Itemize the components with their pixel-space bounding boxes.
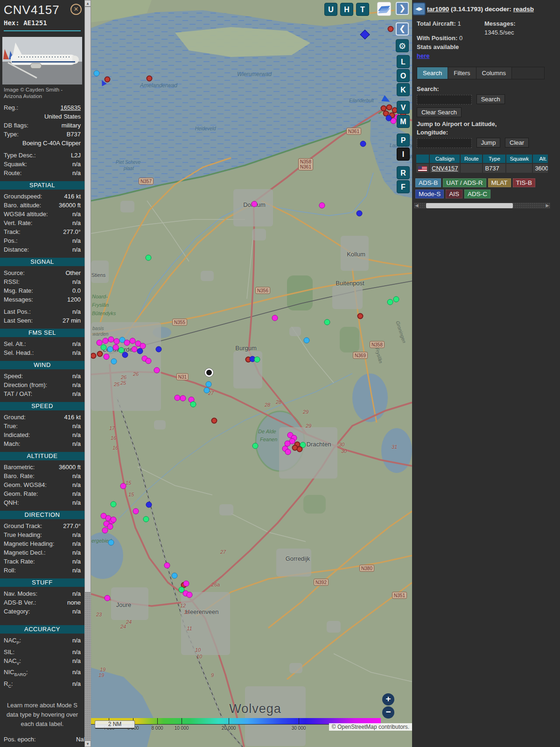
history-dot-magenta[interactable] [164,563,170,569]
history-dot-magenta[interactable] [183,581,189,587]
map-attribution[interactable]: © OpenStreetMap contributors. [329,723,412,731]
history-dot-magenta[interactable] [180,395,186,402]
history-dot-green[interactable] [143,516,149,522]
history-dot-red[interactable] [105,77,111,83]
column-header[interactable]: Route [461,155,482,163]
detail-value[interactable]: 165835 [61,103,81,112]
map-button-m[interactable]: M [397,115,410,128]
history-dot-magenta[interactable] [104,354,110,360]
history-dot-cyan[interactable] [304,338,310,344]
scroll-left-icon[interactable]: ◀ [414,203,420,209]
column-header[interactable]: Type [483,155,505,163]
sidebar-collapse-button[interactable]: ❮ [396,22,409,35]
search-button[interactable]: Search [476,94,505,104]
close-icon[interactable]: ✕ [70,4,82,15]
history-dot-magenta[interactable] [146,358,152,364]
history-dot-magenta[interactable] [319,203,325,209]
history-dot-red[interactable] [97,351,103,357]
history-dot-blue[interactable] [137,348,143,354]
map-button-p[interactable]: P [397,134,410,147]
history-dot-green[interactable] [254,357,260,363]
source-chip-ais[interactable]: AIS [446,190,462,198]
history-dot-green[interactable] [101,345,107,351]
callsign-link[interactable]: CNV4157 [432,165,458,172]
table-horizontal-scrollbar[interactable]: ◀ ▶ [414,203,550,209]
history-dot-green[interactable] [324,319,330,325]
history-dot-magenta[interactable] [111,517,117,523]
history-dot-green[interactable] [146,255,152,261]
map-button-l[interactable]: L [397,55,410,68]
scroll-right-icon[interactable]: ▶ [545,203,550,209]
jump-button[interactable]: Jump [476,138,501,148]
layers-icon[interactable] [377,2,391,16]
map-button-o[interactable]: O [397,69,410,82]
history-dot-blue[interactable] [386,115,392,121]
history-dot-red[interactable] [357,313,364,319]
history-dot-green[interactable] [393,296,399,303]
history-dot-magenta[interactable] [285,449,291,455]
tab-filters[interactable]: Filters [448,67,476,79]
history-dot-cyan[interactable] [111,359,117,365]
map-button-h[interactable]: H [340,3,353,16]
source-chip-ads-c[interactable]: ADS-C [464,190,490,198]
here-link[interactable]: here [417,52,429,59]
hscroll-thumb[interactable] [426,203,513,208]
map[interactable]: LeeuwardenDokkumKollumBuitenpostBurgumDr… [91,0,412,747]
history-dot-magenta[interactable] [120,483,126,489]
history-dot-green[interactable] [190,402,196,408]
history-dot-magenta[interactable] [272,315,278,321]
source-chip-ads-b[interactable]: ADS-B [415,178,441,187]
column-header[interactable]: Squawk [506,155,532,163]
source-chip-mlat[interactable]: MLAT [488,178,511,187]
column-header[interactable]: Alt. (ft) [533,155,548,163]
history-dot-cyan[interactable] [94,70,100,77]
history-dot-magenta[interactable] [252,201,258,207]
aircraft-photo[interactable] [2,37,82,85]
column-header[interactable]: Callsign [430,155,460,163]
history-dot-blue[interactable] [122,352,128,358]
gear-icon[interactable]: ⚙ [396,39,409,52]
table-row[interactable]: CNV4157B73736000 [416,164,548,173]
clear-button[interactable]: Clear [505,138,529,148]
panel-toggle-button[interactable]: ◀▶ [413,2,426,15]
map-button-f[interactable]: F [397,180,410,193]
scroll-down-icon[interactable]: ▼ [84,740,91,747]
history-dot-cyan[interactable] [206,381,212,388]
scrollbar-thumb[interactable] [84,7,91,592]
history-dot-red[interactable] [388,26,394,32]
source-chip-tis-b[interactable]: TIS-B [513,178,536,187]
map-button-t[interactable]: T [356,3,369,16]
left-scrollbar[interactable]: ▲ ▼ [84,0,91,747]
jump-input[interactable] [417,138,472,148]
zoom-in-button[interactable]: + [382,693,394,705]
history-dot-magenta[interactable] [133,508,139,514]
history-dot-magenta[interactable] [187,592,193,598]
scroll-up-icon[interactable]: ▲ [84,0,91,7]
source-chip-uat-ads-r[interactable]: UAT / ADS-R [443,178,486,187]
source-chip-mode-s[interactable]: Mode-S [415,190,444,198]
history-dot-red[interactable] [147,76,153,82]
history-dot-cyan[interactable] [204,388,210,394]
history-dot-blue[interactable] [156,346,162,352]
search-input[interactable] [417,95,472,105]
tab-search[interactable]: Search [417,67,448,79]
column-header[interactable] [416,155,429,163]
map-button-v[interactable]: V [397,101,410,114]
history-dot-magenta[interactable] [102,528,108,534]
readsb-link[interactable]: readsb [513,6,534,13]
map-button-r[interactable]: R [397,166,410,179]
history-dot-blue[interactable] [360,141,366,147]
map-button-u[interactable]: U [324,3,337,16]
map-button-k[interactable]: K [397,83,410,96]
history-dot-green[interactable] [111,501,117,507]
history-dot-red[interactable] [211,418,217,424]
history-dot-cyan[interactable] [108,540,114,546]
history-dot-red[interactable] [297,446,303,452]
history-dot-magenta[interactable] [154,367,160,374]
tab-columns[interactable]: Columns [476,67,512,79]
selected-aircraft-marker[interactable] [205,368,213,377]
history-dot-magenta[interactable] [105,595,111,601]
history-dot-magenta[interactable] [107,524,113,530]
history-dot-cyan[interactable] [172,573,178,579]
history-dot-green[interactable] [387,299,393,305]
